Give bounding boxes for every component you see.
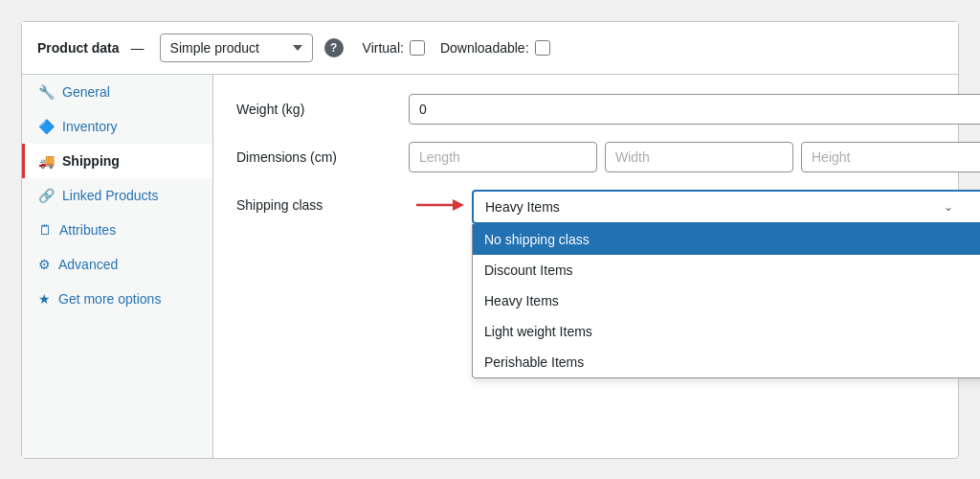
- sidebar-item-get-more-options[interactable]: ★ Get more options: [22, 282, 212, 316]
- weight-row: Weight (kg) ?: [236, 94, 980, 125]
- star-icon: ★: [38, 291, 51, 307]
- product-type-help-icon[interactable]: ?: [324, 38, 344, 57]
- shipping-class-row: Shipping class Heavy Items ⌄: [236, 190, 980, 224]
- red-arrow-icon: [416, 195, 464, 215]
- dropdown-item-discount[interactable]: Discount Items: [473, 255, 980, 285]
- inventory-icon: 🔷: [38, 119, 55, 134]
- downloadable-checkbox-label[interactable]: Downloadable:: [440, 40, 550, 56]
- main-content: Weight (kg) ? Dimensions (cm) ?: [213, 75, 980, 458]
- shipping-class-select-wrapper: Heavy Items ⌄ No shipping class Discount…: [472, 190, 980, 224]
- sidebar: 🔧 General 🔷 Inventory 🚚 Shipping 🔗 Linke…: [22, 75, 213, 458]
- width-input[interactable]: [605, 142, 793, 172]
- chevron-down-icon: ⌄: [944, 200, 953, 214]
- svg-marker-1: [453, 199, 464, 211]
- virtual-checkbox[interactable]: [410, 40, 425, 56]
- attributes-icon: 🗒: [38, 222, 52, 238]
- dropdown-item-perishable[interactable]: Perishable Items: [473, 347, 980, 377]
- sidebar-label-inventory: Inventory: [62, 119, 118, 134]
- sidebar-item-inventory[interactable]: 🔷 Inventory: [22, 109, 212, 144]
- virtual-downloadable-group: Virtual: Downloadable:: [363, 40, 550, 56]
- virtual-checkbox-label[interactable]: Virtual:: [363, 40, 425, 56]
- truck-icon: 🚚: [38, 153, 55, 169]
- arrow-indicator: [416, 195, 464, 215]
- dimensions-row: Dimensions (cm) ?: [236, 142, 980, 172]
- link-icon: 🔗: [38, 188, 55, 203]
- sidebar-item-advanced[interactable]: ⚙ Advanced: [22, 247, 212, 282]
- downloadable-checkbox[interactable]: [535, 40, 550, 56]
- panel-dash: —: [131, 40, 145, 56]
- weight-input[interactable]: [409, 94, 980, 125]
- height-input[interactable]: [801, 142, 980, 172]
- sidebar-item-attributes[interactable]: 🗒 Attributes: [22, 213, 212, 247]
- shipping-class-right: Heavy Items ⌄ No shipping class Discount…: [409, 190, 980, 224]
- sidebar-label-advanced: Advanced: [58, 257, 118, 272]
- dimensions-label: Dimensions (cm): [236, 149, 409, 165]
- length-input[interactable]: [409, 142, 597, 172]
- sidebar-item-general[interactable]: 🔧 General: [22, 75, 212, 109]
- shipping-class-dropdown: No shipping class Discount Items Heavy I…: [472, 224, 980, 378]
- dropdown-item-heavy[interactable]: Heavy Items: [473, 285, 980, 316]
- shipping-class-selected-value: Heavy Items: [485, 199, 560, 215]
- downloadable-label: Downloadable:: [440, 40, 529, 56]
- sidebar-item-linked-products[interactable]: 🔗 Linked Products: [22, 178, 212, 213]
- sidebar-label-attributes: Attributes: [59, 222, 116, 238]
- panel-body: 🔧 General 🔷 Inventory 🚚 Shipping 🔗 Linke…: [22, 75, 958, 458]
- sidebar-label-shipping: Shipping: [62, 153, 120, 169]
- shipping-class-select[interactable]: Heavy Items ⌄: [472, 190, 980, 224]
- sidebar-item-shipping[interactable]: 🚚 Shipping: [22, 144, 212, 178]
- product-data-panel: Product data — Simple product ? Virtual:…: [21, 21, 959, 459]
- dropdown-item-no-class[interactable]: No shipping class: [473, 224, 980, 255]
- wrench-icon: 🔧: [38, 84, 55, 100]
- sidebar-label-general: General: [62, 84, 110, 100]
- weight-label: Weight (kg): [236, 102, 409, 117]
- dimensions-input-group: [409, 142, 980, 172]
- gear-icon: ⚙: [38, 257, 51, 272]
- panel-header: Product data — Simple product ? Virtual:…: [22, 22, 958, 75]
- sidebar-label-linked-products: Linked Products: [62, 188, 158, 203]
- virtual-label: Virtual:: [363, 40, 404, 56]
- product-type-select[interactable]: Simple product: [160, 34, 313, 62]
- weight-input-group: [409, 94, 980, 125]
- dropdown-item-light-weight[interactable]: Light weight Items: [473, 316, 980, 347]
- sidebar-label-get-more: Get more options: [58, 291, 161, 307]
- shipping-class-label: Shipping class: [236, 190, 409, 213]
- panel-title: Product data: [37, 40, 120, 56]
